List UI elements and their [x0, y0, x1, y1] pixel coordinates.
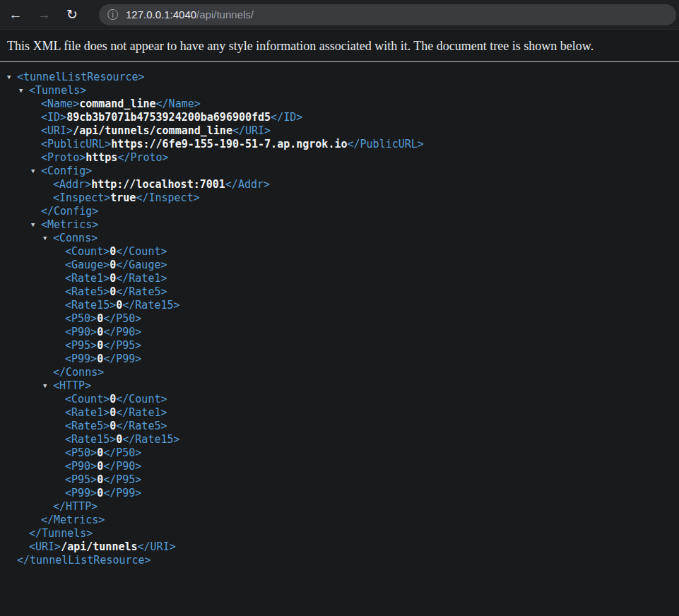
xml-tag: </Metrics>	[41, 514, 105, 526]
expand-collapse-arrow-icon[interactable]: ▼	[7, 74, 11, 81]
xml-tag: </Rate15>	[122, 433, 179, 446]
xml-line: <PublicURL>https://6fe9-155-190-51-7.ap.…	[0, 138, 679, 151]
xml-line: <Count>0</Count>	[0, 393, 679, 406]
xml-tag: <Count>	[65, 393, 110, 405]
xml-tag: <PublicURL>	[41, 138, 111, 150]
xml-line: <P95>0</P95>	[0, 339, 679, 353]
xml-text-value: 0	[110, 245, 116, 258]
xml-line: <Rate1>0</Rate1>	[0, 272, 679, 285]
xml-tag: </Conns>	[53, 366, 104, 379]
xml-tag: </Config>	[41, 205, 98, 218]
xml-tag: </HTTP>	[53, 500, 98, 513]
xml-text-value: /api/tunnels	[61, 540, 137, 553]
xml-tag: <Rate5>	[65, 420, 110, 432]
xml-line: <P95>0</P95>	[0, 473, 679, 487]
expand-collapse-arrow-icon[interactable]: ▼	[31, 168, 35, 174]
xml-tag: </Proto>	[117, 151, 168, 164]
reload-button[interactable]: ↻	[59, 2, 85, 28]
address-bar[interactable]: ⓘ 127.0.0.1:4040/api/tunnels/	[99, 4, 676, 25]
xml-tag: <P50>	[65, 446, 97, 459]
divider	[0, 61, 679, 62]
xml-line: <Gauge>0</Gauge>	[0, 259, 679, 272]
xml-text-value: 0	[110, 272, 116, 285]
expand-collapse-arrow-icon[interactable]: ▼	[31, 222, 35, 228]
xml-line: </Metrics>	[0, 514, 679, 527]
xml-line: <Proto>https</Proto>	[0, 151, 679, 165]
xml-tag: </P95>	[103, 339, 141, 352]
xml-line: <URI>/api/tunnels/command_line</URI>	[0, 124, 679, 138]
xml-text-value: 0	[97, 446, 103, 459]
site-info-icon[interactable]: ⓘ	[107, 9, 119, 20]
xml-text-value: 0	[97, 473, 103, 486]
xml-tag: </PublicURL>	[347, 138, 423, 150]
xml-text-value: 0	[116, 433, 122, 446]
xml-tag: <Metrics>	[41, 218, 98, 231]
xml-line: <ID>89cb3b7071b4753924200ba696900fd5</ID…	[0, 111, 679, 124]
xml-text-value: 0	[110, 406, 116, 419]
xml-tag: <P50>	[65, 312, 97, 325]
xml-line: <Rate5>0</Rate5>	[0, 285, 679, 299]
xml-line: ▼<tunnelListResource>	[0, 71, 679, 84]
xml-tag: <P90>	[65, 460, 97, 473]
xml-tag: <HTTP>	[53, 379, 91, 392]
xml-line: <P99>0</P99>	[0, 353, 679, 366]
xml-tag: </Rate5>	[116, 285, 167, 298]
forward-button[interactable]: →	[31, 2, 57, 28]
xml-line: <Rate1>0</Rate1>	[0, 406, 679, 420]
xml-tag: <Inspect>	[53, 191, 110, 204]
xml-notice: This XML file does not appear to have an…	[0, 30, 679, 61]
xml-tag: <Name>	[41, 97, 79, 110]
xml-tag: </P99>	[103, 487, 141, 499]
xml-line: </Tunnels>	[0, 527, 679, 540]
xml-text-value: 0	[110, 420, 116, 432]
xml-tag: <URI>	[29, 540, 61, 553]
xml-tag: </P90>	[103, 460, 141, 473]
xml-tag: <Rate5>	[65, 285, 110, 298]
xml-text-value: 0	[110, 285, 116, 298]
xml-line: <P50>0</P50>	[0, 446, 679, 460]
xml-tag: <Rate1>	[65, 406, 110, 419]
xml-line: <Rate15>0</Rate15>	[0, 433, 679, 446]
xml-tag: </URI>	[232, 124, 271, 137]
xml-tag: </Gauge>	[116, 259, 167, 271]
xml-line: </Conns>	[0, 366, 679, 379]
expand-collapse-arrow-icon[interactable]: ▼	[19, 88, 23, 94]
xml-text-value: 0	[97, 487, 103, 499]
xml-line: <P90>0</P90>	[0, 326, 679, 339]
xml-tag: </P95>	[103, 473, 141, 486]
expand-collapse-arrow-icon[interactable]: ▼	[43, 235, 47, 242]
xml-tag: </Inspect>	[136, 191, 199, 204]
xml-text-value: https://6fe9-155-190-51-7.ap.ngrok.io	[111, 138, 347, 150]
url-path: /api/tunnels/	[196, 8, 254, 20]
xml-tag: <Tunnels>	[29, 84, 86, 97]
xml-tag: <Rate15>	[65, 433, 116, 446]
xml-viewer-page: This XML file does not appear to have an…	[0, 30, 679, 567]
xml-text-value: 0	[97, 353, 103, 365]
xml-line: </Config>	[0, 205, 679, 218]
xml-tag: </Rate1>	[116, 406, 167, 419]
xml-line: <Rate5>0</Rate5>	[0, 420, 679, 433]
xml-text-value: command_line	[79, 97, 155, 110]
xml-text-value: 0	[97, 339, 103, 352]
xml-text-value: 0	[110, 259, 116, 271]
xml-tag: <Addr>	[53, 178, 91, 191]
expand-collapse-arrow-icon[interactable]: ▼	[43, 383, 47, 389]
back-button[interactable]: ←	[3, 2, 28, 28]
xml-line: ▼<Config>	[0, 165, 679, 178]
xml-line: <P99>0</P99>	[0, 487, 679, 500]
xml-tag: </Count>	[116, 245, 167, 258]
xml-tag: </Rate5>	[116, 420, 167, 432]
xml-text-value: 0	[110, 393, 116, 405]
xml-text-value: http://localhost:7001	[91, 178, 225, 191]
xml-tag: <Conns>	[53, 232, 98, 244]
xml-text-value: 89cb3b7071b4753924200ba696900fd5	[66, 111, 271, 124]
xml-tag: </P90>	[103, 326, 141, 338]
xml-line: <Addr>http://localhost:7001</Addr>	[0, 178, 679, 191]
xml-text-value: 0	[97, 312, 103, 325]
xml-tag: <ID>	[41, 111, 66, 124]
xml-line: <URI>/api/tunnels</URI>	[0, 540, 679, 554]
xml-tag: <P95>	[65, 473, 97, 486]
xml-line: </tunnelListResource>	[0, 554, 679, 567]
xml-line: ▼<Tunnels>	[0, 84, 679, 97]
xml-tag: </Rate1>	[116, 272, 167, 285]
